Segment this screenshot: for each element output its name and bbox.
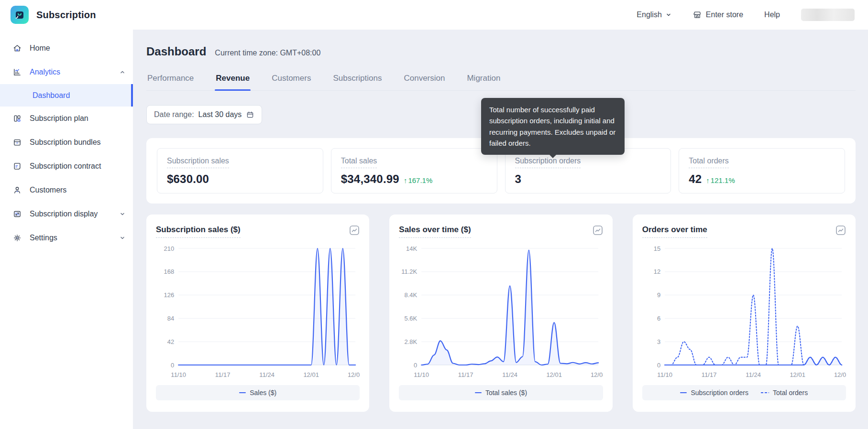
subscription-plan-icon: [12, 114, 22, 123]
chevron-up-icon: [120, 69, 125, 75]
tooltip-text: Total number of successfully paid subscr…: [489, 106, 615, 147]
subscription-contract-icon: [12, 161, 22, 171]
stat-value: 42: [689, 172, 702, 186]
stat-value: $630.00: [167, 172, 209, 186]
subscription-sales-line-chart: 2101681268442011/1011/1711/2412/0112/08: [156, 242, 360, 381]
sidebar-item-analytics[interactable]: Analytics: [0, 60, 133, 84]
chart-card-orders-over-time: Orders over time 1512963011/1011/1711/24…: [633, 214, 856, 412]
enter-store-button[interactable]: Enter store: [692, 10, 743, 20]
sidebar-item-label: Subscription contract: [30, 162, 101, 171]
legend-item-total-sales[interactable]: Total sales ($): [475, 389, 527, 397]
solid-line-marker: [475, 392, 482, 394]
sidebar-item-subscription-plan[interactable]: Subscription plan: [0, 107, 133, 130]
svg-text:11.2K: 11.2K: [401, 268, 417, 275]
language-label: English: [637, 11, 661, 19]
stat-card-subscription-sales: Subscription sales $630.00: [157, 148, 323, 193]
svg-text:0: 0: [657, 362, 660, 369]
stat-label[interactable]: Subscription orders: [515, 157, 581, 168]
svg-text:3: 3: [657, 338, 660, 345]
sidebar-item-dashboard[interactable]: Dashboard: [0, 84, 133, 107]
stat-label[interactable]: Total orders: [689, 157, 729, 168]
charts-row: Subscription sales ($) 2101681268442011/…: [146, 214, 856, 412]
svg-text:8.4K: 8.4K: [405, 291, 418, 299]
svg-text:12/01: 12/01: [547, 371, 562, 378]
chart-view-toggle-button[interactable]: [835, 225, 846, 236]
sidebar-item-home[interactable]: Home: [0, 36, 133, 60]
up-arrow-icon: ↑: [706, 176, 710, 184]
svg-text:11/10: 11/10: [657, 371, 672, 378]
svg-text:210: 210: [164, 245, 174, 252]
sales-over-time-line-chart: 14K11.2K8.4K5.6K2.8K011/1011/1711/2412/0…: [399, 242, 603, 381]
solid-line-marker: [239, 392, 246, 394]
customers-icon: [12, 185, 22, 195]
store-name-badge-blurred[interactable]: [801, 9, 855, 21]
chevron-down-icon: [120, 235, 125, 241]
svg-text:0: 0: [414, 362, 417, 369]
shopping-bag-icon: [14, 9, 25, 21]
tab-subscriptions[interactable]: Subscriptions: [332, 71, 383, 90]
chart-title[interactable]: Orders over time: [642, 225, 707, 238]
tab-performance[interactable]: Performance: [146, 71, 195, 90]
sidebar-item-label: Analytics: [30, 68, 60, 76]
tab-customers[interactable]: Customers: [271, 71, 312, 90]
date-range-selector[interactable]: Date range: Last 30 days: [146, 105, 262, 124]
sidebar-item-label: Dashboard: [33, 91, 70, 100]
solid-line-marker: [680, 392, 687, 394]
help-button[interactable]: Help: [764, 11, 780, 19]
stat-value: $34,340.99: [341, 172, 399, 186]
stat-card-total-orders: Total orders 42 ↑121.1%: [679, 148, 845, 193]
stat-card-subscription-orders: Subscription orders 3: [505, 148, 671, 193]
chevron-down-icon: [666, 12, 671, 18]
sidebar-item-subscription-display[interactable]: Subscription display: [0, 202, 133, 226]
sidebar-item-label: Home: [30, 44, 50, 53]
sidebar-item-label: Settings: [30, 234, 57, 242]
svg-text:126: 126: [164, 291, 174, 299]
tab-revenue[interactable]: Revenue: [215, 71, 251, 90]
svg-text:11/24: 11/24: [503, 371, 518, 378]
main-content: Dashboard Current time zone: GMT+08:00 P…: [133, 30, 868, 429]
tab-migration[interactable]: Migration: [466, 71, 501, 90]
analytics-icon: [12, 67, 22, 77]
page-title: Dashboard: [146, 45, 206, 58]
chevron-down-icon: [120, 211, 125, 217]
stat-label[interactable]: Total sales: [341, 157, 377, 168]
svg-text:11/10: 11/10: [171, 371, 186, 378]
svg-text:12: 12: [653, 268, 660, 275]
chart-view-toggle-button[interactable]: [349, 225, 360, 236]
sidebar: Home Analytics Dashboard Subscription pl…: [0, 30, 133, 429]
sidebar-item-settings[interactable]: Settings: [0, 226, 133, 250]
legend-item-subscription-orders[interactable]: Subscription orders: [680, 389, 748, 397]
subscription-display-icon: [12, 209, 22, 219]
settings-gear-icon: [12, 233, 22, 243]
sidebar-item-customers[interactable]: Customers: [0, 178, 133, 202]
dashed-line-marker: [761, 392, 769, 394]
chart-legend: Sales ($): [156, 385, 360, 400]
up-arrow-icon: ↑: [404, 176, 407, 184]
sidebar-item-label: Subscription display: [30, 210, 98, 218]
mini-chart-icon: [349, 225, 360, 236]
sidebar-item-label: Customers: [30, 186, 66, 194]
calendar-icon: [246, 110, 254, 119]
tab-conversion[interactable]: Conversion: [403, 71, 446, 90]
date-range-label: Date range:: [154, 110, 194, 119]
svg-text:5.6K: 5.6K: [405, 315, 418, 322]
chart-title[interactable]: Sales over time ($): [399, 225, 471, 238]
chart-legend: Subscription orders Total orders: [642, 385, 846, 400]
chart-view-toggle-button[interactable]: [593, 225, 603, 236]
date-range-value: Last 30 days: [198, 110, 242, 119]
svg-text:11/24: 11/24: [259, 371, 275, 378]
language-selector[interactable]: English: [637, 11, 671, 19]
svg-text:168: 168: [164, 268, 174, 275]
svg-text:12/08: 12/08: [591, 371, 603, 378]
legend-item-sales[interactable]: Sales ($): [239, 389, 276, 397]
sidebar-item-subscription-bundles[interactable]: Subscription bundles: [0, 130, 133, 154]
legend-item-total-orders[interactable]: Total orders: [761, 389, 808, 397]
sidebar-item-subscription-contract[interactable]: Subscription contract: [0, 154, 133, 178]
stat-label[interactable]: Subscription sales: [167, 157, 229, 168]
svg-text:9: 9: [657, 291, 660, 299]
svg-text:11/24: 11/24: [746, 371, 761, 378]
chart-title[interactable]: Subscription sales ($): [156, 225, 241, 238]
enter-store-label: Enter store: [706, 11, 743, 19]
svg-text:2.8K: 2.8K: [405, 338, 418, 345]
timezone-note: Current time zone: GMT+08:00: [215, 49, 320, 57]
